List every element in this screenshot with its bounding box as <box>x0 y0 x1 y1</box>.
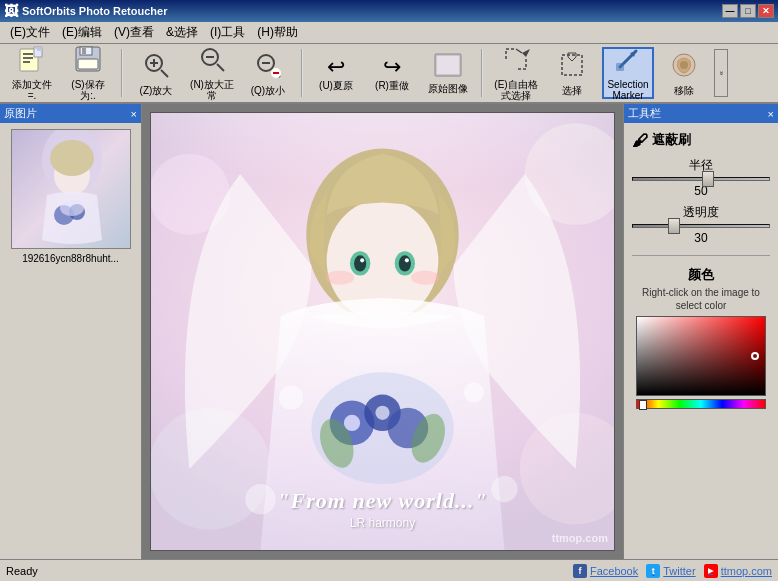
close-button[interactable]: ✕ <box>758 4 774 18</box>
menu-bar: (E)文件 (E)编辑 (V)查看 &选择 (I)工具 (H)帮助 <box>0 22 778 44</box>
select-button[interactable]: 选择 <box>546 47 598 99</box>
main-content: 原图片 × <box>0 104 778 559</box>
radius-slider-thumb[interactable] <box>702 171 714 187</box>
svg-point-51 <box>399 255 411 271</box>
svg-rect-3 <box>23 61 30 63</box>
canvas-image[interactable]: "From new world..." LR harmony ttmop.com <box>150 112 615 551</box>
maximize-button[interactable]: □ <box>740 4 756 18</box>
right-panel-header: 工具栏 × <box>624 104 778 123</box>
zoom-normal-button[interactable]: (N)放大正常 <box>186 47 238 99</box>
status-social: f Facebook t Twitter ▶ ttmop.com <box>573 564 772 578</box>
zoom-in-button[interactable]: (Z)放大 <box>130 47 182 99</box>
original-label: 原始图像 <box>428 83 468 94</box>
menu-select[interactable]: &选择 <box>160 22 204 43</box>
svg-rect-8 <box>82 48 86 54</box>
zoom-in-label: (Z)放大 <box>140 85 173 96</box>
title-bar: 🖼 SoftOrbits Photo Retoucher — □ ✕ <box>0 0 778 22</box>
opacity-slider-track[interactable] <box>632 224 770 228</box>
svg-point-54 <box>326 271 354 285</box>
thumbnail-image[interactable] <box>11 129 131 249</box>
twitter-icon: t <box>646 564 660 578</box>
selection-marker-label: Selection Marker <box>606 79 650 101</box>
thumbnail-label: 192616ycn88r8huht... <box>11 253 131 264</box>
toolbar-more-button[interactable]: » <box>714 49 728 97</box>
free-select-label: (E)自由格式选择 <box>493 79 539 101</box>
tool-section-header: 🖌 遮蔽刷 <box>632 131 770 149</box>
canvas-area[interactable]: "From new world..." LR harmony ttmop.com <box>142 104 623 559</box>
right-panel: 工具栏 × 🖌 遮蔽刷 半径 50 透明度 <box>623 104 778 559</box>
brush-icon: 🖌 <box>632 132 648 148</box>
status-bar: Ready f Facebook t Twitter ▶ ttmop.com <box>0 559 778 581</box>
radius-slider-track[interactable] <box>632 177 770 181</box>
save-as-button[interactable]: (S)保存为:. <box>62 47 114 99</box>
zoom-normal-label: (N)放大正常 <box>189 79 235 101</box>
status-text: Ready <box>6 565 38 577</box>
free-select-button[interactable]: (E)自由格式选择 <box>490 47 542 99</box>
hue-slider[interactable] <box>636 399 766 409</box>
opacity-value: 30 <box>632 231 770 245</box>
add-file-button[interactable]: 添加文件=. <box>6 47 58 99</box>
thumbnail-anime-svg <box>12 130 131 249</box>
opacity-slider-thumb[interactable] <box>668 218 680 234</box>
app-icon: 🖼 <box>4 3 18 19</box>
svg-point-50 <box>354 255 366 271</box>
undo-button[interactable]: ↩ (U)夏原 <box>310 47 362 99</box>
radius-section: 半径 50 <box>632 157 770 198</box>
thumbnail-area: 192616ycn88r8huht... <box>0 123 141 559</box>
svg-line-15 <box>217 64 224 71</box>
color-hint: Right-click on the image to select color <box>632 286 770 312</box>
save-as-label: (S)保存为:. <box>65 79 111 101</box>
facebook-label: Facebook <box>590 565 638 577</box>
title-text: 🖼 SoftOrbits Photo Retoucher <box>4 3 167 19</box>
svg-rect-9 <box>78 59 98 69</box>
left-panel: 原图片 × <box>0 104 142 559</box>
twitter-link[interactable]: t Twitter <box>646 564 695 578</box>
menu-file[interactable]: (E)文件 <box>4 22 56 43</box>
tool-name: 遮蔽刷 <box>652 131 691 149</box>
svg-rect-23 <box>437 56 459 74</box>
select-icon <box>558 51 586 83</box>
color-picker[interactable] <box>636 316 766 396</box>
canvas-text-area: "From new world..." LR harmony <box>151 488 614 530</box>
menu-view[interactable]: (V)查看 <box>108 22 160 43</box>
youtube-link[interactable]: ▶ ttmop.com <box>704 564 772 578</box>
redo-label: (R)重做 <box>375 80 409 91</box>
zoom-out-label: (Q)放小 <box>251 85 285 96</box>
right-panel-title: 工具栏 <box>628 106 661 121</box>
remove-label: 移除 <box>674 85 694 96</box>
watermark: ttmop.com <box>552 532 608 544</box>
toolbar-separator-1 <box>121 49 123 97</box>
original-button[interactable]: 原始图像 <box>422 47 474 99</box>
svg-point-60 <box>344 415 360 431</box>
svg-point-64 <box>279 385 303 409</box>
menu-edit[interactable]: (E)编辑 <box>56 22 108 43</box>
toolbar-separator-2 <box>301 49 303 97</box>
svg-point-32 <box>680 61 688 69</box>
minimize-button[interactable]: — <box>722 4 738 18</box>
svg-marker-24 <box>522 49 530 57</box>
menu-tools[interactable]: (I)工具 <box>204 22 251 43</box>
left-panel-title: 原图片 <box>4 106 37 121</box>
zoom-in-icon <box>142 51 170 83</box>
left-panel-header: 原图片 × <box>0 104 141 123</box>
save-as-icon <box>74 45 102 77</box>
svg-rect-2 <box>23 57 33 59</box>
menu-help[interactable]: (H)帮助 <box>251 22 304 43</box>
selection-marker-button[interactable]: Selection Marker <box>602 47 654 99</box>
hue-thumb[interactable] <box>639 400 647 410</box>
svg-rect-26 <box>562 55 582 75</box>
divider-1 <box>632 255 770 256</box>
right-panel-close[interactable]: × <box>768 108 774 120</box>
redo-button[interactable]: ↪ (R)重做 <box>366 47 418 99</box>
twitter-label: Twitter <box>663 565 695 577</box>
toolbar-separator-3 <box>481 49 483 97</box>
youtube-label: ttmop.com <box>721 565 772 577</box>
zoom-out-button[interactable]: (Q)放小 <box>242 47 294 99</box>
svg-point-39 <box>60 200 84 216</box>
facebook-link[interactable]: f Facebook <box>573 564 638 578</box>
left-panel-close[interactable]: × <box>131 108 137 120</box>
selection-marker-icon <box>614 45 642 77</box>
svg-point-36 <box>50 140 94 176</box>
remove-button[interactable]: 移除 <box>658 47 710 99</box>
svg-point-55 <box>411 271 439 285</box>
